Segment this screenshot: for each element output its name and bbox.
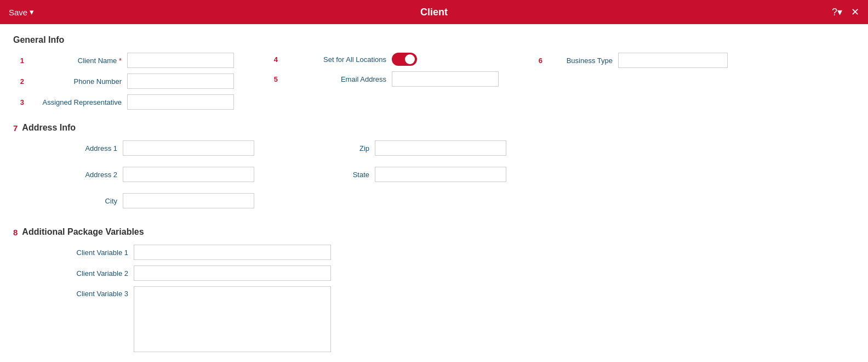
set-all-locations-toggle[interactable] <box>392 53 417 66</box>
set-all-locations-toggle-wrapper <box>392 53 417 66</box>
field-row-client-var1: Client Variable 1 <box>13 245 855 260</box>
field-row-phone: 2 Phone Number <box>13 73 234 89</box>
address-fields-wrapper: Address 1 Address 2 City <box>13 140 855 214</box>
zip-input[interactable] <box>375 140 506 156</box>
field-input-business-type <box>618 53 728 68</box>
topbar: Save ▾ Client ?▾ ✕ <box>0 0 868 24</box>
city-input[interactable] <box>123 193 254 208</box>
field-row-assigned-rep: 3 Assigned Representative <box>13 94 234 110</box>
field-label-address1: Address 1 <box>13 144 123 152</box>
assigned-rep-input[interactable] <box>127 94 234 110</box>
field-row-address2: Address 2 <box>13 167 254 182</box>
client-var2-input[interactable] <box>134 265 331 281</box>
general-info-middle: 4 Set for All Locations 5 Email Address <box>267 53 499 87</box>
content: General Info 1 Client Name * 2 Phone Num… <box>0 24 868 362</box>
field-row-client-var2: Client Variable 2 <box>13 265 855 281</box>
address2-input[interactable] <box>123 167 254 182</box>
client-name-input[interactable] <box>127 53 234 68</box>
client-var1-input[interactable] <box>134 245 331 260</box>
field-number-1: 1 <box>13 56 24 65</box>
general-info-header: General Info <box>13 35 855 45</box>
save-button[interactable]: Save ▾ <box>9 7 34 17</box>
pkg-section-number: 8 <box>13 228 18 237</box>
topbar-right: ?▾ ✕ <box>832 6 859 18</box>
phone-input[interactable] <box>127 73 234 89</box>
field-row-email: 5 Email Address <box>267 71 499 87</box>
business-type-input[interactable] <box>618 53 728 68</box>
field-input-state <box>375 167 506 182</box>
field-number-2: 2 <box>13 77 24 86</box>
field-input-zip <box>375 140 506 156</box>
address-info-header: 7 Address Info <box>13 123 855 133</box>
field-row-state: State <box>320 167 506 182</box>
address-info-section: 7 Address Info Address 1 Address 2 <box>13 123 855 214</box>
field-input-city <box>123 193 254 208</box>
field-number-4: 4 <box>267 55 278 64</box>
help-button[interactable]: ?▾ <box>832 6 842 18</box>
field-label-address2: Address 2 <box>13 171 123 179</box>
close-icon: ✕ <box>851 7 859 18</box>
field-label-state: State <box>320 171 375 179</box>
address-section-title: Address Info <box>22 123 76 133</box>
general-info-title: General Info <box>13 35 64 45</box>
pkg-fields: Client Variable 1 Client Variable 2 Clie… <box>13 245 855 352</box>
field-row-business-type: 6 Business Type <box>532 53 728 68</box>
field-label-zip: Zip <box>320 144 375 152</box>
topbar-left: Save ▾ <box>9 7 34 17</box>
general-info-section: General Info 1 Client Name * 2 Phone Num… <box>13 35 855 110</box>
field-label-client-var2: Client Variable 2 <box>13 269 134 278</box>
field-label-assigned-rep: Assigned Representative <box>28 98 127 106</box>
field-label-client-name: Client Name * <box>28 56 127 65</box>
pkg-section-title: Additional Package Variables <box>22 227 144 237</box>
field-row-address1: Address 1 <box>13 140 254 156</box>
field-input-client-name <box>127 53 234 68</box>
field-label-client-var3: Client Variable 3 <box>13 286 134 298</box>
field-row-city: City <box>13 193 254 208</box>
toggle-slider <box>392 53 417 66</box>
save-label: Save <box>9 8 27 17</box>
field-row-client-name: 1 Client Name * <box>13 53 234 68</box>
field-label-set-all-locations: Set for All Locations <box>282 55 392 64</box>
address1-input[interactable] <box>123 140 254 156</box>
field-row-set-all-locations: 4 Set for All Locations <box>267 53 499 66</box>
field-input-phone <box>127 73 234 89</box>
help-icon: ?▾ <box>832 7 842 18</box>
field-number-5: 5 <box>267 75 278 83</box>
close-button[interactable]: ✕ <box>851 6 859 18</box>
package-variables-section: 8 Additional Package Variables Client Va… <box>13 227 855 352</box>
field-label-email: Email Address <box>282 75 392 83</box>
package-variables-header: 8 Additional Package Variables <box>13 227 855 237</box>
general-info-right: 6 Business Type <box>532 53 728 68</box>
save-dropdown-icon: ▾ <box>30 7 34 17</box>
field-label-business-type: Business Type <box>547 56 618 65</box>
state-input[interactable] <box>375 167 506 182</box>
field-label-phone: Phone Number <box>28 77 127 86</box>
field-input-email <box>392 71 499 87</box>
field-input-address1 <box>123 140 254 156</box>
address-section-number: 7 <box>13 123 18 133</box>
general-info-left: 1 Client Name * 2 Phone Number 3 <box>13 53 234 110</box>
address-right: Zip State <box>320 140 506 188</box>
field-input-assigned-rep <box>127 94 234 110</box>
field-label-city: City <box>13 197 123 205</box>
field-row-client-var3: Client Variable 3 <box>13 286 855 352</box>
email-input[interactable] <box>392 71 499 87</box>
address-left: Address 1 Address 2 City <box>13 140 254 214</box>
field-row-zip: Zip <box>320 140 506 156</box>
field-number-6: 6 <box>532 56 542 65</box>
field-input-address2 <box>123 167 254 182</box>
page-title: Client <box>420 7 448 18</box>
field-label-client-var1: Client Variable 1 <box>13 248 134 257</box>
client-var3-textarea[interactable] <box>134 286 331 352</box>
field-number-3: 3 <box>13 98 24 106</box>
